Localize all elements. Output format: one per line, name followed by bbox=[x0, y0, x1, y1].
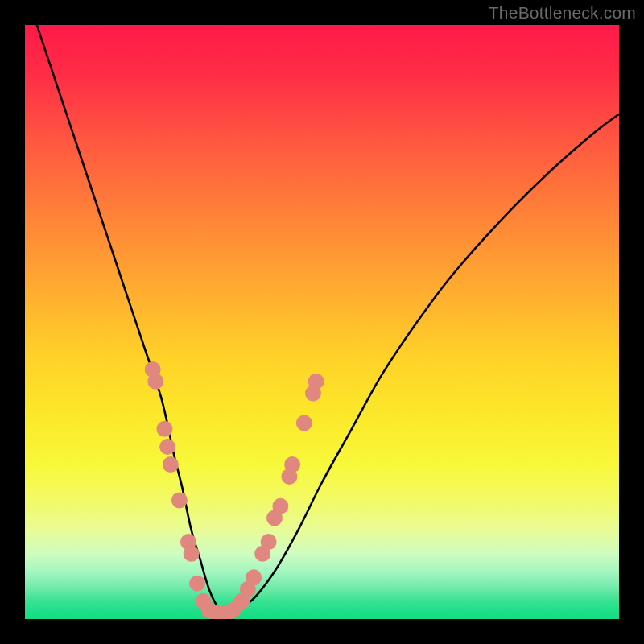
data-marker bbox=[163, 456, 179, 473]
bottleneck-curve-path bbox=[37, 25, 619, 613]
data-marker bbox=[184, 546, 200, 562]
curve-group bbox=[37, 25, 619, 613]
watermark-text: TheBottleneck.com bbox=[489, 3, 636, 23]
markers-group bbox=[145, 361, 324, 619]
data-marker bbox=[308, 374, 324, 390]
data-marker bbox=[261, 534, 277, 550]
plot-area bbox=[25, 25, 619, 619]
data-marker bbox=[189, 576, 205, 592]
data-marker bbox=[156, 421, 172, 437]
data-marker bbox=[147, 374, 163, 390]
data-marker bbox=[171, 492, 188, 508]
data-marker bbox=[272, 498, 288, 514]
data-marker bbox=[284, 456, 300, 473]
data-marker bbox=[159, 439, 175, 455]
chart-frame: TheBottleneck.com bbox=[0, 0, 644, 644]
data-marker bbox=[246, 569, 262, 585]
data-marker bbox=[296, 415, 312, 431]
chart-svg bbox=[25, 25, 619, 619]
